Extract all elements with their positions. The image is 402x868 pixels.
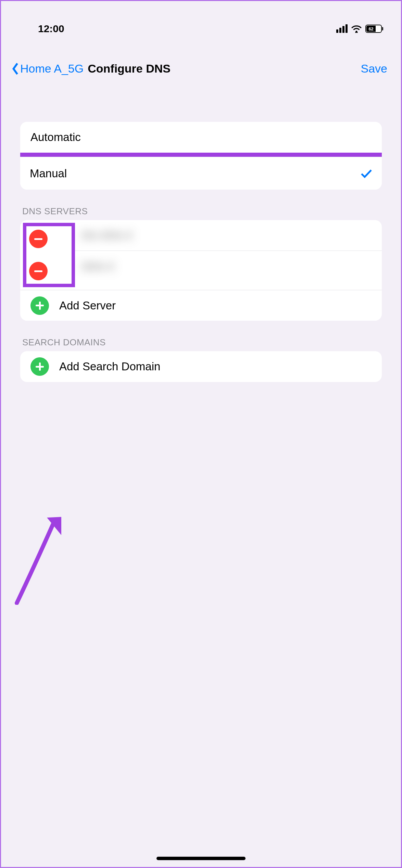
checkmark-icon	[361, 168, 372, 179]
dns-server-row[interactable]: 000.0	[75, 251, 382, 282]
plus-icon	[30, 296, 49, 315]
annotation-arrow-icon	[13, 516, 61, 605]
home-indicator[interactable]	[156, 857, 246, 860]
dns-mode-group: Automatic Manual	[20, 122, 382, 190]
battery-icon: 62	[365, 25, 383, 33]
add-server-row[interactable]: Add Server	[20, 290, 382, 321]
dns-server-row[interactable]: 00.000.0	[75, 220, 382, 251]
mode-automatic-row[interactable]: Automatic	[20, 122, 382, 153]
add-search-domain-row[interactable]: Add Search Domain	[20, 351, 382, 382]
save-button[interactable]: Save	[361, 62, 388, 75]
mode-automatic-label: Automatic	[30, 131, 81, 144]
battery-percent: 62	[368, 27, 373, 31]
dns-servers-header: DNS SERVERS	[20, 206, 382, 217]
search-domains-group: Add Search Domain	[20, 351, 382, 382]
page-title: Configure DNS	[88, 62, 171, 75]
nav-bar: Home A_5G Configure DNS Save	[1, 41, 401, 89]
annotation-highlight-delete-icons	[23, 223, 75, 287]
add-search-domain-label: Add Search Domain	[59, 360, 160, 373]
annotation-highlight-manual: Manual	[20, 153, 382, 190]
mode-manual-label: Manual	[30, 167, 67, 180]
status-time: 12:00	[38, 23, 64, 35]
dns-server-value: 000.0	[82, 260, 114, 273]
wifi-icon	[351, 25, 362, 33]
dns-server-value: 00.000.0	[82, 229, 133, 242]
add-server-label: Add Server	[59, 299, 116, 312]
delete-server-icon[interactable]	[29, 230, 48, 248]
back-button[interactable]: Home A_5G	[11, 62, 84, 75]
svg-point-0	[355, 31, 357, 33]
plus-icon	[30, 357, 49, 376]
delete-server-icon[interactable]	[29, 262, 48, 280]
dns-servers-group: 00.000.0 000.0 Add Server	[20, 220, 382, 321]
status-right: 62	[336, 25, 383, 33]
chevron-left-icon	[11, 62, 20, 75]
cellular-signal-icon	[336, 25, 348, 33]
mode-manual-row[interactable]: Manual	[20, 157, 382, 190]
search-domains-header: SEARCH DOMAINS	[20, 337, 382, 348]
status-bar: 12:00 62	[1, 1, 401, 41]
back-label: Home A_5G	[20, 62, 84, 75]
